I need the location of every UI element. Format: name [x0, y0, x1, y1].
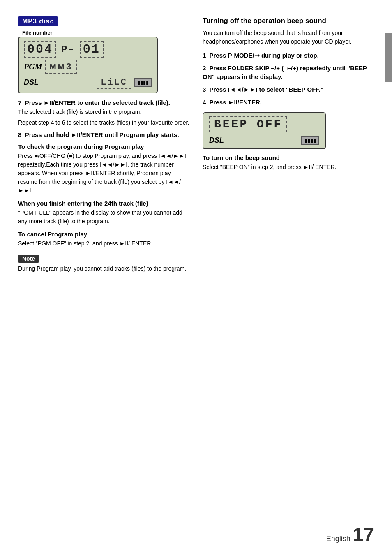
sub-section-24th: When you finish entering the 24th track … — [18, 200, 189, 226]
sub-section-turn-on: To turn on the beep sound Select "BEEP O… — [203, 154, 374, 171]
note-badge: Note — [18, 255, 39, 263]
right-step-2: 2 Press FOLDER SKIP −/+ (□−/+) repeatedl… — [203, 64, 374, 81]
display-p-num: 01 — [80, 41, 104, 58]
battery-icon: ▮▮▮▮ — [134, 78, 152, 87]
right-column: Turning off the operation beep sound You… — [203, 16, 374, 273]
right-step-3-text: Press I◄◄/►►I to select "BEEP OFF." — [210, 86, 324, 93]
right-step-1: 1 Press P-MODE/⇒ during play or stop. — [203, 51, 374, 60]
right-step-4-text: Press ►II/ENTER. — [210, 99, 262, 106]
display-segment1: ᴍᴍ3 — [45, 60, 76, 74]
step-8-heading: 8 Press and hold ►II/ENTER until Program… — [18, 131, 189, 138]
right-step-1-text: Press P-MODE/⇒ during play or stop. — [210, 52, 319, 59]
sub-section-cancel: To cancel Program play Select "PGM OFF" … — [18, 231, 189, 248]
note-box: Note During Program play, you cannot add… — [18, 255, 189, 273]
right-step-3: 3 Press I◄◄/►►I to select "BEEP OFF." — [203, 85, 374, 94]
right-step-1-num: 1 — [203, 52, 206, 59]
sub-heading-cancel: To cancel Program play — [18, 231, 189, 238]
footer: English 17 — [326, 523, 374, 546]
sub-body-24th: "PGM-FULL" appears in the display to sho… — [18, 208, 189, 226]
note-text: During Program play, you cannot add trac… — [18, 264, 189, 273]
display-panel: 004 P– 01 PGM ᴍᴍ3 DSL LiLC ▮▮▮▮ — [18, 37, 158, 93]
sub-heading-turn-on: To turn on the beep sound — [203, 154, 374, 161]
right-step-3-num: 3 — [203, 86, 206, 93]
beep-battery-icon: ▮▮▮▮ — [301, 136, 319, 145]
sub-section-check: To check the program during Program play… — [18, 143, 189, 195]
footer-page-number: 17 — [353, 523, 374, 546]
side-bar-decoration — [385, 33, 392, 82]
display-track-num: 004 — [24, 41, 56, 58]
section-body-beep: You can turn off the beep sound that is … — [203, 29, 374, 46]
step-7-body1: The selected track (file) is stored in t… — [18, 108, 189, 116]
sub-heading-24th: When you finish entering the 24th track … — [18, 200, 189, 207]
beep-display-panel: BEEP OFF DSL ▮▮▮▮ — [203, 112, 326, 149]
display-p-label: P– — [61, 44, 75, 55]
sub-body-cancel: Select "PGM OFF" in step 2, and press ►I… — [18, 239, 189, 248]
mp3-badge: MP3 disc — [18, 16, 58, 26]
sub-heading-check: To check the program during Program play — [18, 143, 189, 150]
beep-display-text: BEEP OFF — [209, 116, 287, 132]
display-segment2: LiLC — [97, 76, 131, 89]
step-7-body2: Repeat step 4 to 6 to select the tracks … — [18, 118, 189, 127]
right-step-2-text: Press FOLDER SKIP −/+ (□−/+) repeatedly … — [203, 65, 367, 80]
sub-body-check: Press ■/OFF/CHG (■) to stop Program play… — [18, 152, 189, 195]
step-7-heading: 7 Press ►II/ENTER to enter the selected … — [18, 99, 189, 106]
step-7: 7 Press ►II/ENTER to enter the selected … — [18, 99, 189, 127]
file-number-label: File number — [22, 30, 53, 36]
right-step-2-num: 2 — [203, 65, 206, 72]
beep-display-dsl: DSL — [209, 136, 224, 145]
left-column: MP3 disc File number ↓ 004 P– 01 PG — [18, 16, 189, 273]
right-step-4-num: 4 — [203, 99, 206, 106]
sub-body-turn-on: Select "BEEP ON" in step 2, and press ►I… — [203, 163, 374, 171]
display-pgm: PGM — [24, 62, 42, 72]
step-8: 8 Press and hold ►II/ENTER until Program… — [18, 131, 189, 138]
display-dsl: DSL — [24, 78, 39, 87]
footer-language: English — [326, 535, 350, 543]
section-heading-beep: Turning off the operation beep sound — [203, 16, 374, 25]
right-step-4: 4 Press ►II/ENTER. — [203, 98, 374, 107]
